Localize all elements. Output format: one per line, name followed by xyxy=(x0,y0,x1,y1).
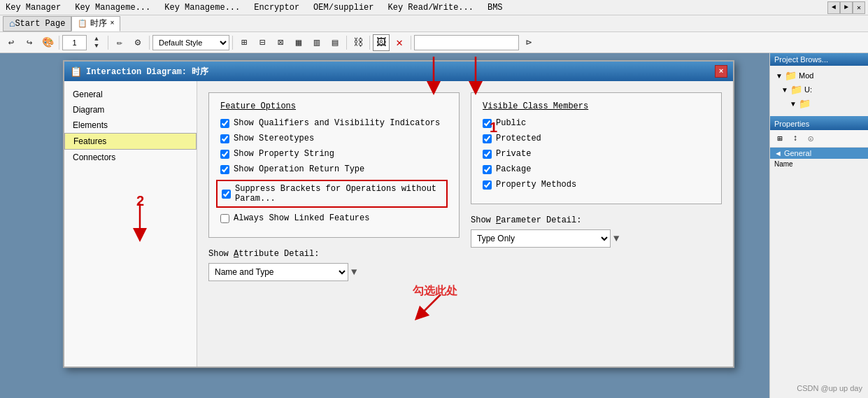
start-page-tab[interactable]: ⌂ Start Page xyxy=(3,16,71,31)
show-operation-checkbox[interactable] xyxy=(220,165,229,174)
dialog-two-col: Feature Options Show Qualifiers and Visi… xyxy=(208,92,722,281)
attribute-detail-label: Show Attribute Detail: xyxy=(208,249,460,259)
show-operation-row: Show Operation Return Type xyxy=(220,164,448,174)
right-panel: Project Brows... ▼ 📁 Mod ▼ 📁 U: ▼ 📁 Prop… xyxy=(769,53,868,398)
show-property-checkbox[interactable] xyxy=(220,150,229,159)
menu-bms[interactable]: BMS xyxy=(485,1,506,14)
toolbar-redo-button[interactable]: ↪ xyxy=(21,34,38,51)
package-label: Package xyxy=(496,164,531,174)
prop-sort-button[interactable]: ↕ xyxy=(788,132,802,145)
toolbar-layout-btn-1[interactable]: ⊟ xyxy=(254,34,271,51)
properties-toolbar: ⊞ ↕ ⊙ xyxy=(770,130,868,148)
attribute-detail-select[interactable]: Name and Type Name Only Type Only None xyxy=(208,263,348,281)
toolbar-color-button[interactable]: 🎨 xyxy=(39,34,56,51)
project-tree: ▼ 📁 Mod ▼ 📁 U: ▼ 📁 xyxy=(770,66,868,113)
search-input[interactable] xyxy=(414,35,519,50)
tree-item-mod[interactable]: ▼ 📁 Mod xyxy=(773,69,865,83)
feature-options-title: Feature Options xyxy=(220,101,448,111)
style-dropdown[interactable]: Default Style xyxy=(152,35,229,50)
nav-item-general[interactable]: General xyxy=(64,87,197,102)
tree-expand-u: ▼ xyxy=(781,86,788,94)
toolbar-layout-btn-5[interactable]: ▤ xyxy=(327,34,343,51)
menu-key-management-1[interactable]: Key Manageme... xyxy=(72,1,153,14)
properties-panel: Properties ⊞ ↕ ⊙ ◄ General Name xyxy=(770,116,868,169)
tree-item-u[interactable]: ▼ 📁 U: xyxy=(773,83,865,97)
dialog-close-button[interactable]: × xyxy=(715,65,727,78)
menu-key-management-2[interactable]: Key Manageme... xyxy=(162,1,243,14)
tree-expand-mod: ▼ xyxy=(776,72,783,80)
filter-icon[interactable]: ⊳ xyxy=(520,34,537,51)
show-qualifiers-checkbox[interactable] xyxy=(220,119,229,128)
public-row: Public xyxy=(483,118,710,128)
attribute-detail-arrow: ▼ xyxy=(351,266,357,278)
tab-close-button[interactable]: × xyxy=(110,20,114,27)
toolbar-layout-btn-4[interactable]: ▥ xyxy=(308,34,325,51)
protected-label: Protected xyxy=(496,134,541,143)
watermark: CSDN @up up day xyxy=(797,384,862,392)
prop-grid-button[interactable]: ⊞ xyxy=(773,132,787,145)
tree-expand-sub: ▼ xyxy=(790,100,797,108)
annotation-number-1: 1 xyxy=(490,120,497,136)
menu-oem-supplier[interactable]: OEM/supplier xyxy=(311,1,376,14)
dialog-title-left: 📋 Interaction Diagram: 时序 xyxy=(70,66,208,78)
general-section: ◄ General xyxy=(770,148,868,159)
dialog-content: Feature Options Show Qualifiers and Visi… xyxy=(197,81,733,367)
scroll-right-button[interactable]: ► xyxy=(840,1,853,14)
nav-tree: General Diagram Elements Features Connec… xyxy=(64,81,197,367)
toolbar-align-button[interactable]: ⊞ xyxy=(236,34,252,51)
prop-filter-button[interactable]: ⊙ xyxy=(804,132,818,145)
show-stereotypes-checkbox[interactable] xyxy=(220,134,229,143)
scroll-left-button[interactable]: ◄ xyxy=(827,1,840,14)
annotation-check-here: 勾选此处 xyxy=(413,284,457,299)
show-qualifiers-label: Show Qualifiers and Visibility Indicator… xyxy=(234,118,440,128)
protected-row: Protected xyxy=(483,134,710,143)
right-panel-title: Project Brows... xyxy=(770,53,868,66)
folder-icon-sub: 📁 xyxy=(799,98,811,109)
dialog: 📋 Interaction Diagram: 时序 × General Diag… xyxy=(63,60,734,368)
top-menubar: Key Manager Key Manageme... Key Manageme… xyxy=(0,0,868,15)
nav-item-diagram[interactable]: Diagram xyxy=(64,102,197,118)
parameter-detail-label: Show Parameter Detail: xyxy=(471,215,722,225)
folder-icon-mod: 📁 xyxy=(785,70,797,81)
dialog-titlebar: 📋 Interaction Diagram: 时序 × xyxy=(64,62,733,81)
private-row: Private xyxy=(483,149,710,159)
feature-options-group: Feature Options Show Qualifiers and Visi… xyxy=(208,92,460,238)
toolbar-undo-button[interactable]: ↩ xyxy=(3,34,20,51)
tree-label-u: U: xyxy=(804,85,812,94)
toolbar-image-btn[interactable]: 🖼 xyxy=(373,34,390,51)
always-show-checkbox[interactable] xyxy=(220,214,229,223)
toolbar-connect-btn[interactable]: ⛓ xyxy=(350,34,367,51)
nav-item-connectors[interactable]: Connectors xyxy=(64,150,197,165)
nav-item-elements[interactable]: Elements xyxy=(64,118,197,133)
property-methods-checkbox[interactable] xyxy=(483,180,492,190)
menu-encryptor[interactable]: Encryptor xyxy=(251,1,302,14)
visible-class-col: Visible Class Members Public Protected xyxy=(471,92,722,281)
parameter-detail-select[interactable]: Type Only Name and Type Name Only None xyxy=(471,229,611,248)
private-label: Private xyxy=(496,149,531,159)
suppress-brackets-checkbox[interactable] xyxy=(222,190,231,199)
toolbar-separator-4 xyxy=(232,36,233,50)
toolbar-settings-button[interactable]: ⚙ xyxy=(129,34,146,51)
toolbar-pencil-button[interactable]: ✏ xyxy=(111,34,128,51)
visible-class-title: Visible Class Members xyxy=(483,101,710,111)
toolbar-layout-btn-3[interactable]: ▦ xyxy=(290,34,307,51)
menu-key-manager[interactable]: Key Manager xyxy=(3,1,64,14)
properties-title: Properties xyxy=(770,118,868,130)
package-checkbox[interactable] xyxy=(483,165,492,174)
close-window-button[interactable]: ✕ xyxy=(853,1,865,14)
toolbar-close-btn[interactable]: ✕ xyxy=(391,34,408,51)
tree-item-sub[interactable]: ▼ 📁 xyxy=(773,97,865,111)
main-area: 📋 Interaction Diagram: 时序 × General Diag… xyxy=(0,53,868,398)
tab-scroll-buttons: ◄ ► ✕ xyxy=(827,1,865,14)
toolbar-separator-7 xyxy=(411,36,411,50)
diagram-tab[interactable]: 📋 时序 × xyxy=(71,16,120,31)
nav-item-features[interactable]: Features xyxy=(64,133,197,150)
dialog-body: General Diagram Elements Features Connec… xyxy=(64,81,733,367)
private-checkbox[interactable] xyxy=(483,150,492,159)
toolbar-layout-btn-2[interactable]: ⊠ xyxy=(272,34,289,51)
menu-key-read-write[interactable]: Key Read/Write... xyxy=(385,1,476,14)
prop-name-label: Name xyxy=(770,159,868,169)
zoom-up-button[interactable]: ▲▼ xyxy=(88,34,105,51)
toolbar-separator-5 xyxy=(346,36,347,50)
zoom-input[interactable]: 1 xyxy=(62,35,87,50)
